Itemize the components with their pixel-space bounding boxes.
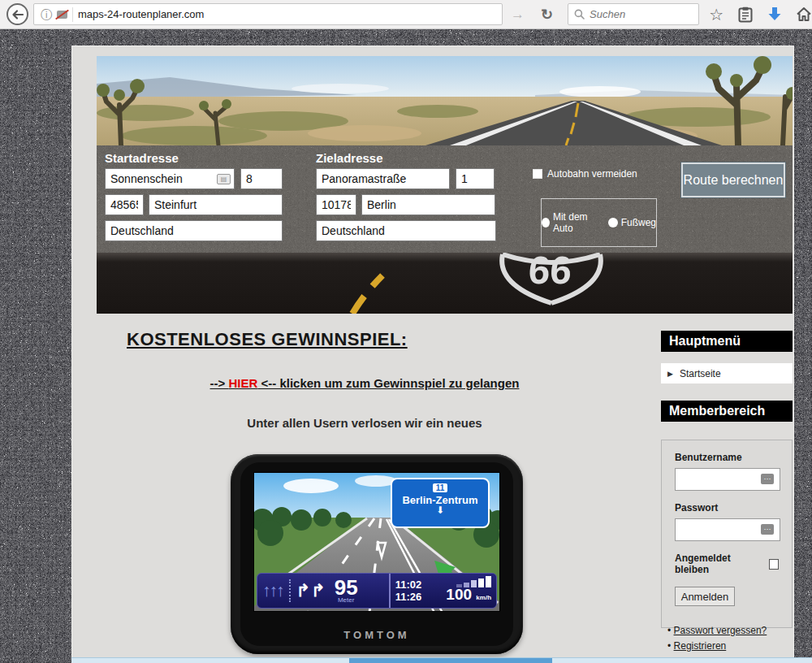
login-panel: Benutzername ··· Passwort ··· Angemeldet…: [661, 440, 793, 628]
mode-car-option[interactable]: Mit dem Auto: [542, 211, 600, 234]
browser-toolbar: ⓘ maps-24-routenplaner.com → ↻ ☆: [0, 0, 812, 29]
route-form: Startadresse ▤ Zieladresse Autobahn verm…: [97, 145, 793, 253]
dest-city-input[interactable]: [361, 194, 495, 215]
downloads-icon[interactable]: [762, 3, 787, 25]
sidebar-item-startseite[interactable]: ▶ Startseite: [661, 363, 793, 384]
link-suffix: <-- klicken um zum Gewinnspiel zu gelang…: [257, 376, 519, 390]
sidebar-member-header: Memberbereich: [661, 401, 793, 422]
forward-button[interactable]: →: [508, 6, 528, 23]
reload-button[interactable]: ↻: [538, 6, 556, 24]
mode-car-radio[interactable]: [542, 218, 550, 228]
home-glyph: [796, 6, 812, 22]
list-item: • Registrieren: [667, 640, 767, 652]
password-label: Passwort: [675, 502, 779, 514]
dest-number-input[interactable]: [456, 168, 495, 189]
link-hier[interactable]: HIER: [228, 376, 257, 390]
desert-road-illustration: [97, 56, 793, 145]
gewinnspiel-link[interactable]: --> HIER <-- klicken um zum Gewinnspiel …: [210, 376, 520, 390]
autofill-icon[interactable]: ▤: [217, 174, 231, 184]
start-city-input[interactable]: [149, 194, 283, 215]
back-button[interactable]: [6, 3, 28, 25]
login-button[interactable]: Anmelden: [675, 587, 735, 606]
site-info-icon[interactable]: ⓘ: [41, 9, 52, 20]
stay-logged-row: Angemeldet bleiben: [675, 552, 779, 575]
travel-mode-box: Mit dem Auto Fußweg: [541, 198, 657, 247]
menu-arrow-icon: ▶: [667, 370, 673, 378]
tomtom-device-image: 11 Berlin-Zentrum ⬇ ↑↑↑ ↱↱ 95 Meter: [231, 454, 523, 654]
route-calculate-button[interactable]: Route berechnen: [680, 162, 786, 198]
dest-street-input[interactable]: [316, 168, 450, 189]
header-photo-desert-road: [97, 56, 793, 145]
avoid-highway-checkbox[interactable]: [533, 169, 542, 179]
current-time: 11:02: [395, 578, 422, 591]
start-zip-input[interactable]: [105, 194, 144, 215]
lane-turn-arrows-icon: ↱↱: [296, 581, 326, 600]
mode-walk-radio[interactable]: [608, 218, 618, 228]
username-field-wrap: ···: [675, 468, 779, 491]
time-block: 11:02 11:26: [395, 578, 422, 603]
speed-value: 100 km/h: [428, 587, 491, 605]
distance-unit: Meter: [335, 597, 358, 604]
start-street-input[interactable]: [105, 168, 235, 189]
start-country-input[interactable]: [105, 220, 283, 241]
search-box[interactable]: [568, 3, 699, 25]
avoid-highway-label: Autobahn vermeiden: [547, 168, 637, 180]
bookmark-star-icon[interactable]: ☆: [704, 3, 728, 25]
stay-logged-checkbox[interactable]: [769, 559, 779, 570]
nav-status-bar: ↑↑↑ ↱↱ 95 Meter 11:02 11:26: [257, 573, 497, 609]
route66-photo-strip: 66: [97, 253, 793, 314]
search-icon: [574, 9, 585, 20]
page-title: KOSTENLOSES GEWINNSPIEL:: [127, 329, 408, 350]
sidebar-main-menu-header: Hauptmenü: [661, 331, 793, 352]
lane-guidance-panel: ↑↑↑ ↱↱ 95 Meter: [257, 574, 389, 608]
trip-info-panel: 11:02 11:26 100 km/h: [389, 574, 496, 608]
route66-illustration: 66: [97, 253, 793, 314]
sidebar-item-label: Startseite: [680, 368, 721, 379]
speed-unit: km/h: [476, 594, 491, 601]
sidebar-links: • Passwort vergessen? • Registrieren: [667, 625, 767, 656]
lane-divider: [289, 579, 291, 602]
exit-number-badge: 11: [433, 483, 448, 492]
raffle-subline: Unter allen Usern verlosen wir ein neues: [97, 416, 633, 430]
mode-car-label: Mit dem Auto: [553, 211, 600, 234]
start-number-input[interactable]: [240, 168, 283, 189]
search-input[interactable]: [590, 8, 679, 20]
divider: [72, 7, 73, 22]
link-prefix: -->: [210, 376, 229, 390]
list-item: • Passwort vergessen?: [667, 625, 767, 636]
lane-straight-arrows-icon: ↑↑↑: [262, 581, 283, 600]
horizontal-scrollbar[interactable]: [71, 657, 812, 663]
dest-zip-input[interactable]: [316, 194, 356, 215]
exit-down-arrow-icon: ⬇: [392, 506, 488, 514]
gewinnspiel-link-line: --> HIER <-- klicken um zum Gewinnspiel …: [97, 376, 633, 390]
avoid-highway-row: Autobahn vermeiden: [533, 168, 637, 180]
route66-number: 66: [527, 253, 573, 292]
password-manager-icon[interactable]: ···: [761, 524, 774, 535]
browser-window: ⓘ maps-24-routenplaner.com → ↻ ☆: [0, 0, 812, 663]
back-arrow-icon: [11, 7, 25, 22]
arrival-time: 11:26: [395, 591, 422, 603]
dest-country-input[interactable]: [316, 220, 496, 241]
tomtom-brand-label: TOMTOM: [231, 629, 523, 641]
password-manager-icon[interactable]: ···: [761, 474, 774, 484]
plugin-blocked-icon[interactable]: [57, 11, 67, 19]
url-text[interactable]: maps-24-routenplaner.com: [78, 8, 204, 20]
home-icon[interactable]: [792, 3, 812, 25]
scrollbar-thumb[interactable]: [349, 658, 552, 663]
dest-address-label: Zieladresse: [316, 151, 383, 165]
distance-block: 95 Meter: [335, 578, 358, 604]
reading-list-icon[interactable]: [733, 3, 758, 25]
username-label: Benutzername: [675, 452, 779, 463]
start-address-label: Startadresse: [105, 151, 179, 165]
forgot-password-link[interactable]: Passwort vergessen?: [674, 625, 767, 636]
register-link[interactable]: Registrieren: [674, 640, 727, 652]
distance-value: 95: [335, 578, 358, 597]
password-field-wrap: ···: [675, 518, 779, 541]
download-arrow-glyph: [767, 6, 782, 23]
address-bar[interactable]: ⓘ maps-24-routenplaner.com: [33, 3, 503, 25]
mode-walk-label: Fußweg: [621, 217, 656, 228]
clipboard-glyph: [738, 6, 753, 23]
mode-walk-option[interactable]: Fußweg: [608, 217, 656, 228]
speed-number: 100: [446, 586, 472, 603]
device-screen: 11 Berlin-Zentrum ⬇ ↑↑↑ ↱↱ 95 Meter: [253, 472, 500, 612]
